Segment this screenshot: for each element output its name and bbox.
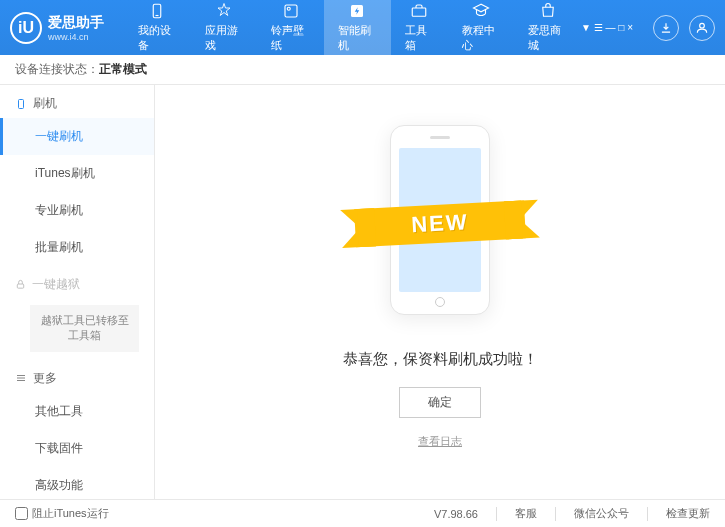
logo-url: www.i4.cn [48,32,104,42]
footer-link-wechat[interactable]: 微信公众号 [574,506,629,521]
success-illustration: NEW [375,115,505,325]
user-button[interactable] [689,15,715,41]
nav-smart-flash[interactable]: 智能刷机 [324,0,391,55]
sidebar-item-pro-flash[interactable]: 专业刷机 [0,192,154,229]
nav-ringtone-wallpaper[interactable]: 铃声壁纸 [257,0,324,55]
header-bar: iU 爱思助手 www.i4.cn 我的设备 应用游戏 铃声壁纸 智能刷机 工具… [0,0,725,55]
status-label: 设备连接状态： [15,61,99,78]
lock-icon [15,279,26,290]
version-label: V7.98.66 [434,508,478,520]
wallpaper-icon [282,2,300,20]
logo-icon: iU [10,12,42,44]
checkbox-block-itunes[interactable]: 阻止iTunes运行 [15,506,109,521]
window-controls[interactable]: ▼ ☰ — □ × [581,22,633,33]
tutorial-icon [472,2,490,20]
sidebar-item-other-tools[interactable]: 其他工具 [0,393,154,430]
device-icon [148,2,166,20]
download-button[interactable] [653,15,679,41]
svg-rect-7 [19,99,24,108]
sidebar-section-flash[interactable]: 刷机 [0,85,154,118]
top-nav: 我的设备 应用游戏 铃声壁纸 智能刷机 工具箱 教程中心 爱思商城 [124,0,581,55]
toolbox-icon [410,2,428,20]
status-value: 正常模式 [99,61,147,78]
ok-button[interactable]: 确定 [399,387,481,418]
app-logo: iU 爱思助手 www.i4.cn [10,12,104,44]
footer-bar: 阻止iTunes运行 V7.98.66 客服 微信公众号 检查更新 [0,499,725,527]
header-right: ▼ ☰ — □ × [581,15,715,41]
svg-point-3 [287,7,290,10]
new-ribbon: NEW [354,200,526,247]
sidebar-section-more[interactable]: 更多 [0,360,154,393]
nav-my-device[interactable]: 我的设备 [124,0,191,55]
svg-rect-5 [413,8,427,16]
sidebar-item-oneclick-flash[interactable]: 一键刷机 [0,118,154,155]
sidebar-item-advanced[interactable]: 高级功能 [0,467,154,499]
flash-icon [348,2,366,20]
sidebar-item-download-firmware[interactable]: 下载固件 [0,430,154,467]
main-content: NEW 恭喜您，保资料刷机成功啦！ 确定 查看日志 [155,85,725,499]
view-log-link[interactable]: 查看日志 [418,434,462,449]
svg-rect-8 [17,284,23,288]
more-section-icon [15,372,27,384]
nav-store[interactable]: 爱思商城 [514,0,581,55]
nav-tutorials[interactable]: 教程中心 [448,0,515,55]
flash-section-icon [15,98,27,110]
success-message: 恭喜您，保资料刷机成功啦！ [343,350,538,369]
nav-apps-games[interactable]: 应用游戏 [191,0,258,55]
store-icon [539,2,557,20]
apps-icon [215,2,233,20]
sidebar-item-batch-flash[interactable]: 批量刷机 [0,229,154,266]
svg-rect-2 [285,5,297,17]
footer-link-update[interactable]: 检查更新 [666,506,710,521]
svg-point-6 [700,23,705,28]
sidebar-jailbreak-locked: 一键越狱 [0,266,154,303]
jailbreak-note: 越狱工具已转移至工具箱 [30,305,139,352]
footer-link-support[interactable]: 客服 [515,506,537,521]
logo-title: 爱思助手 [48,14,104,32]
connection-status-bar: 设备连接状态： 正常模式 [0,55,725,85]
sidebar-item-itunes-flash[interactable]: iTunes刷机 [0,155,154,192]
sidebar: 刷机 一键刷机 iTunes刷机 专业刷机 批量刷机 一键越狱 越狱工具已转移至… [0,85,155,499]
nav-toolbox[interactable]: 工具箱 [391,0,448,55]
